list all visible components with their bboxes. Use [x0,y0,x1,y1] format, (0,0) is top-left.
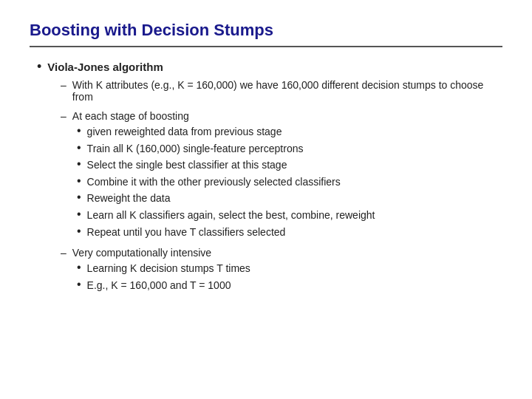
sub-item-2-text: At each stage of boosting [72,110,189,122]
inner-text: Repeat until you have T classifiers sele… [87,225,286,240]
inner-text: Learn all K classifiers again, select th… [87,208,375,223]
sub-item-2: – At each stage of boosting [61,110,502,122]
inner-text: Learning K decision stumps T times [87,262,250,276]
sub-item-2-wrapper: – At each stage of boosting • given rewe… [61,110,502,239]
inner-text: given reweighted data from previous stag… [87,125,282,140]
list-item: • Repeat until you have T classifiers se… [77,225,502,240]
sub-item-3: – Very computationally intensive [61,247,502,259]
list-item: • given reweighted data from previous st… [77,125,502,140]
title-divider [30,46,502,47]
inner-dot: • [77,278,81,291]
inner-text: Combine it with the other previously sel… [87,175,341,190]
inner-dot: • [77,157,81,171]
slide-title: Boosting with Decision Stumps [30,21,502,40]
sub-item-1-text: With K attributes (e.g., K = 160,000) we… [72,79,502,103]
list-item: • Reweight the data [77,191,502,206]
list-item: • Train all K (160,000) single-feature p… [77,142,502,157]
inner-dot: • [77,191,81,204]
list-item: • E.g., K = 160,000 and T = 1000 [77,279,502,293]
dash-1: – [61,79,66,91]
sub-item-3-wrapper: – Very computationally intensive • Learn… [61,247,502,293]
sub-item-2-bullets: • given reweighted data from previous st… [77,125,502,239]
content-area: • Viola-Jones algorithm – With K attribu… [30,61,502,293]
list-item: • Select the single best classifier at t… [77,158,502,173]
inner-dot: • [77,174,81,188]
inner-text: Reweight the data [87,191,171,206]
inner-text: Select the single best classifier at thi… [87,158,287,173]
inner-text: Train all K (160,000) single-feature per… [87,142,304,157]
inner-dot: • [77,208,81,221]
sub-item-1: – With K attributes (e.g., K = 160,000) … [61,79,502,103]
sub-item-3-bullets: • Learning K decision stumps T times • E… [77,262,502,293]
inner-dot: • [77,225,81,238]
slide: Boosting with Decision Stumps • Viola-Jo… [0,0,532,399]
dash-2: – [61,110,66,122]
list-item: • Learn all K classifiers again, select … [77,208,502,223]
list-item: • Learning K decision stumps T times [77,262,502,276]
sub-item-3-text: Very computationally intensive [72,247,211,259]
main-bullet-dot: • [37,59,41,75]
main-bullet-label: Viola-Jones algorithm [47,61,163,73]
inner-dot: • [77,141,81,154]
inner-dot: • [77,124,81,137]
sub-sections: – With K attributes (e.g., K = 160,000) … [61,79,502,293]
inner-dot: • [77,261,81,274]
main-bullet: • Viola-Jones algorithm [37,61,502,75]
dash-3: – [61,247,66,259]
inner-text: E.g., K = 160,000 and T = 1000 [87,279,231,293]
list-item: • Combine it with the other previously s… [77,175,502,190]
